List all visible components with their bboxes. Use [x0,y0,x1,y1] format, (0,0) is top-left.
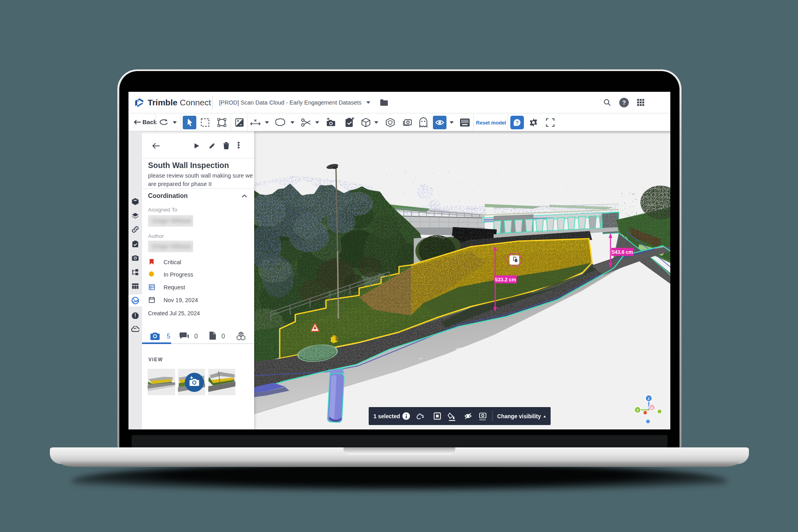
svg-text:533.2 cm: 533.2 cm [495,277,516,283]
svg-text:X: X [651,405,654,410]
svg-text:?: ? [516,120,519,126]
svg-text:1 selected: 1 selected [373,413,400,419]
svg-text:Z: Z [648,396,650,401]
svg-text:Change visibility: Change visibility [497,413,541,419]
svg-text:543.6 cm: 543.6 cm [612,249,633,255]
svg-text:Y: Y [636,408,639,412]
